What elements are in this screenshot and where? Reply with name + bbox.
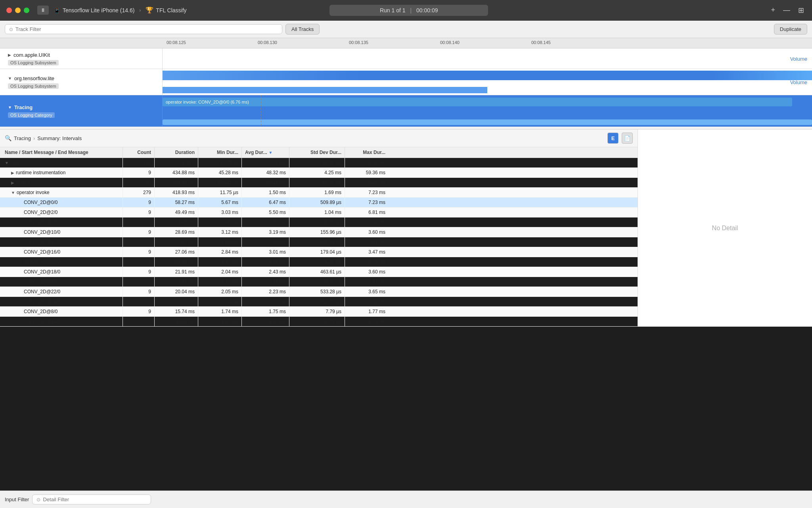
cell-avg-15: 1.75 ms — [242, 307, 289, 316]
fullscreen-button[interactable] — [24, 8, 29, 13]
detail-filter-icon: ⊙ — [36, 497, 40, 502]
cell-min-12: 2.13 ms — [198, 277, 242, 287]
cell-duration-10: 23.30 ms — [155, 257, 198, 267]
cell-name-2: ▶ default — [0, 178, 123, 187]
table-row[interactable]: CONV_2D@2/0 9 49.49 ms 3.03 ms 5.50 ms 1… — [0, 208, 638, 217]
table-row[interactable]: CONV_2D@4/0 9 21.41 ms 2.13 ms 2.38 ms 2… — [0, 277, 638, 287]
cell-name-6: CONV_2D@6/0 — [0, 217, 123, 227]
cell-duration-6: 31.49 ms — [155, 217, 198, 227]
cell-std-15: 7.79 µs — [289, 307, 345, 316]
cell-duration-8: 27.57 ms — [155, 237, 198, 247]
cell-std-13: 533.28 µs — [289, 287, 345, 296]
tracing-expand-icon[interactable]: ▼ — [8, 105, 12, 110]
table-row[interactable]: CONV_2D@6/0 9 31.49 ms 3.48 ms 3.50 ms 1… — [0, 217, 638, 227]
close-button[interactable] — [6, 8, 12, 13]
table-row[interactable]: CONV_2D@12/0 9 15.06 ms 1.57 ms 1.67 ms … — [0, 317, 638, 327]
uikit-expand-icon[interactable]: ▶ — [8, 53, 11, 57]
table-row[interactable]: ▼ operator invoke 279 418.93 ms 11.75 µs… — [0, 188, 638, 198]
detail-filter-input[interactable] — [43, 496, 147, 502]
table-row[interactable]: CONV_2D@14/0 9 27.57 ms 2.96 ms 3.06 ms … — [0, 237, 638, 247]
cell-count-9: 9 — [123, 247, 155, 257]
detail-view-button[interactable]: 📄 — [622, 133, 633, 144]
tensorflow-expand-icon[interactable]: ▼ — [8, 76, 12, 81]
table-row[interactable]: CONV_2D@10/0 9 28.69 ms 3.12 ms 3.19 ms … — [0, 227, 638, 237]
duplicate-button[interactable]: Duplicate — [774, 24, 807, 35]
table-row[interactable]: ▼ * All * 298 1.29 s 11.75 µs 4.32 ms 11… — [0, 158, 638, 168]
table-view-button[interactable]: E — [607, 133, 619, 144]
cell-name-11: CONV_2D@18/0 — [0, 267, 123, 277]
row-expand-icon[interactable]: ▼ — [11, 190, 15, 195]
pause-button[interactable]: ⏸ — [37, 6, 49, 15]
cell-avg-7: 3.19 ms — [242, 227, 289, 237]
cell-name-14: CONV_2D@20/0 — [0, 297, 123, 306]
no-detail-label: No Detail — [712, 225, 738, 232]
layout-button[interactable]: ⊞ — [797, 4, 806, 16]
cell-max-2: 59.20 ms — [345, 178, 389, 187]
cell-count-0: 298 — [123, 158, 155, 167]
tracing-track-badge: OS Logging Category — [8, 112, 55, 118]
table-row[interactable]: CONV_2D@22/0 9 20.04 ms 2.05 ms 2.23 ms … — [0, 287, 638, 297]
table-scroll[interactable]: Name / Start Message / End Message Count… — [0, 147, 638, 327]
cell-name-4: CONV_2D@0/0 — [0, 198, 123, 207]
track-filter-input[interactable] — [15, 26, 278, 32]
row-expand-icon[interactable]: ▼ — [5, 161, 9, 165]
table-row[interactable]: ▶ default 10 432.16 ms 558.21 µs 43.22 m… — [0, 178, 638, 188]
remove-track-button[interactable]: — — [781, 4, 792, 16]
table-row[interactable]: ▶ runtime instrumentation 9 434.88 ms 45… — [0, 168, 638, 178]
cell-count-6: 9 — [123, 217, 155, 227]
col-header-name: Name / Start Message / End Message — [0, 147, 123, 158]
cell-duration-13: 20.04 ms — [155, 287, 198, 296]
cell-min-4: 5.67 ms — [198, 198, 242, 207]
breadcrumb-separator: › — [33, 135, 35, 141]
cell-std-7: 155.96 µs — [289, 227, 345, 237]
table-row[interactable]: CONV_2D@0/0 9 58.27 ms 5.67 ms 6.47 ms 5… — [0, 198, 638, 208]
bottom-bar: Input Filter ⊙ — [0, 491, 812, 508]
cell-std-11: 463.61 µs — [289, 267, 345, 277]
cell-count-2: 10 — [123, 178, 155, 187]
table-row[interactable]: CONV_2D@8/0 9 15.74 ms 1.74 ms 1.75 ms 7… — [0, 307, 638, 317]
cell-min-14: 2.04 ms — [198, 297, 242, 306]
cell-max-0: 59.36 ms — [345, 158, 389, 167]
cell-name-15: CONV_2D@8/0 — [0, 307, 123, 316]
table-header: Name / Start Message / End Message Count… — [0, 147, 638, 158]
tracing-track-label[interactable]: ▼ Tracing OS Logging Category 4 Graphs — [0, 95, 163, 127]
table-row[interactable]: CONV_2D@20/0 9 20.03 ms 2.04 ms 2.23 ms … — [0, 297, 638, 307]
cell-name-8: CONV_2D@14/0 — [0, 237, 123, 247]
minimize-button[interactable] — [15, 8, 21, 13]
table-row[interactable]: CONV_2D@26/0 9 23.30 ms 2.17 ms 2.59 ms … — [0, 257, 638, 267]
cell-max-12: 2.71 ms — [345, 277, 389, 287]
row-expand-icon[interactable]: ▶ — [11, 181, 14, 185]
sort-arrow-icon: ▼ — [269, 150, 273, 155]
tensorflow-track-badge: OS Logging Subsystem — [8, 83, 59, 89]
cell-avg-1: 48.32 ms — [242, 168, 289, 177]
cell-max-11: 3.60 ms — [345, 267, 389, 277]
cell-avg-5: 5.50 ms — [242, 208, 289, 217]
add-track-button[interactable]: + — [769, 4, 777, 16]
row-expand-icon[interactable]: ▶ — [11, 171, 14, 175]
col-header-avg[interactable]: Avg Dur... ▼ — [242, 147, 289, 158]
cell-max-13: 3.65 ms — [345, 287, 389, 296]
cell-max-10: 5.78 ms — [345, 257, 389, 267]
title-bar: ⏸ 📱 Tensorflow Lite iPhone (14.6) › 🏆 TF… — [0, 0, 812, 21]
table-row[interactable]: CONV_2D@18/0 9 21.91 ms 2.04 ms 2.43 ms … — [0, 267, 638, 277]
cell-avg-0: 4.32 ms — [242, 158, 289, 167]
uikit-track-name: com.apple.UIKit — [13, 52, 50, 58]
cell-max-1: 59.36 ms — [345, 168, 389, 177]
cell-max-7: 3.60 ms — [345, 227, 389, 237]
all-tracks-button[interactable]: All Tracks — [285, 24, 320, 35]
breadcrumb-tracing[interactable]: Tracing — [14, 135, 31, 141]
cell-avg-10: 2.59 ms — [242, 257, 289, 267]
cell-std-1: 4.25 ms — [289, 168, 345, 177]
table-row[interactable]: CONV_2D@16/0 9 27.06 ms 2.84 ms 3.01 ms … — [0, 247, 638, 257]
cell-min-3: 11.75 µs — [198, 188, 242, 197]
run-separator: | — [410, 7, 412, 13]
cell-count-7: 9 — [123, 227, 155, 237]
cell-duration-1: 434.88 ms — [155, 168, 198, 177]
tracing-track-name: Tracing — [14, 104, 33, 110]
cell-std-8: 280.44 µs — [289, 237, 345, 247]
tracing-span-label[interactable]: operator invoke: CONV_2D@0/0 (6.76 ms) — [163, 98, 792, 106]
cell-count-12: 9 — [123, 277, 155, 287]
run-count: Run 1 of 1 — [380, 7, 406, 13]
cell-avg-9: 3.01 ms — [242, 247, 289, 257]
table-container: Name / Start Message / End Message Count… — [0, 147, 638, 327]
